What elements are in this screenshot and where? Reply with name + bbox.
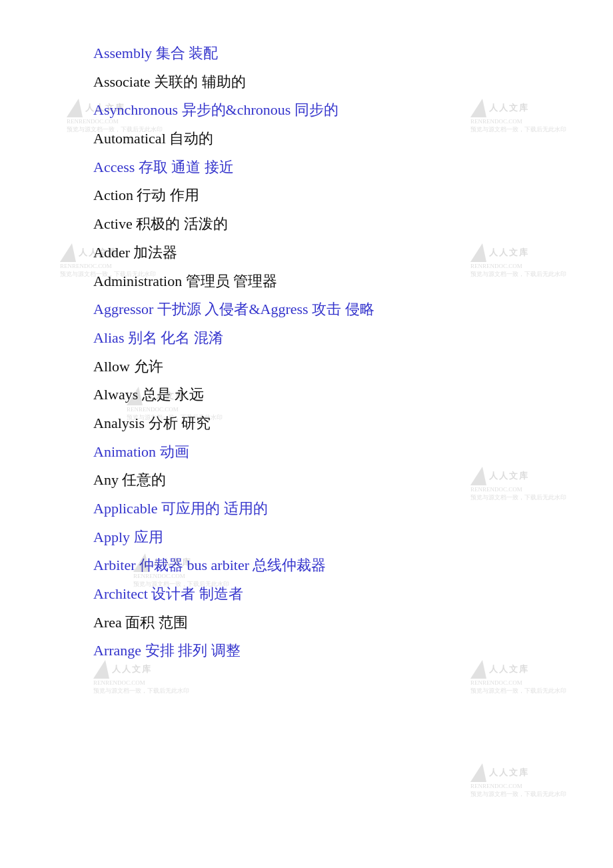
vocab-line-action: Action 行动 作用 (93, 182, 520, 209)
vocab-line-alias: Alias 别名 化名 混淆 (93, 325, 520, 352)
vocab-line-area: Area 面积 范围 (93, 609, 520, 637)
vocab-english-active: Active (93, 215, 136, 232)
vocab-line-access: Access 存取 通道 接近 (93, 154, 520, 181)
vocab-chinese-analysis: 分析 研究 (149, 415, 211, 431)
vocab-line-adder: Adder 加法器 (93, 239, 520, 267)
vocab-line-automatical: Automatical 自动的 (93, 125, 520, 153)
vocab-english-analysis: Analysis (93, 415, 149, 431)
vocab-chinese-automatical: 自动的 (169, 130, 213, 147)
vocab-line-any: Any 任意的 (93, 467, 520, 494)
vocab-chinese-area: 面积 范围 (125, 614, 188, 631)
vocab-chinese-allow: 允许 (134, 358, 163, 375)
vocab-english-action: Action (93, 187, 137, 203)
vocab-chinese-adder: 加法器 (133, 244, 177, 261)
vocab-chinese-administration: 管理员 管理器 (186, 273, 278, 289)
vocab-chinese-always: 总是 永远 (142, 386, 205, 403)
vocab-chinese-associate: 关联的 辅助的 (154, 73, 246, 90)
vocab-line-administration: Administration 管理员 管理器 (93, 268, 520, 295)
vocab-english-always: Always (93, 386, 142, 403)
vocab-line-asynchronous: Asynchronous 异步的&chronous 同步的 (93, 97, 520, 124)
vocab-chinese-action: 行动 作用 (137, 187, 199, 203)
vocab-line-active: Active 积极的 活泼的 (93, 211, 520, 238)
watermark-10: 人人文库 RENRENDOC.COM 预览与源文档一致，下载后无此水印 (470, 763, 566, 799)
vocab-line-architect: Architect 设计者 制造者 (93, 581, 520, 608)
vocab-line-associate: Associate 关联的 辅助的 (93, 69, 520, 96)
vocab-chinese-any: 任意的 (122, 471, 166, 488)
vocab-line-arrange: Arrange 安排 排列 调整 (93, 637, 520, 665)
vocab-chinese-active: 积极的 活泼的 (136, 215, 228, 232)
vocab-english-allow: Allow (93, 358, 134, 375)
vocab-english-associate: Associate (93, 73, 154, 90)
vocab-line-aggressor: Aggressor 干扰源 入侵者&Aggress 攻击 侵略 (93, 296, 520, 323)
vocab-line-assembly: Assembly 集合 装配 (93, 40, 520, 67)
main-content: Assembly 集合 装配Associate 关联的 辅助的Asynchron… (0, 0, 613, 706)
vocab-english-area: Area (93, 614, 125, 631)
vocab-line-applicable: Applicable 可应用的 适用的 (93, 495, 520, 523)
vocab-line-arbiter: Arbiter 仲裁器 bus arbiter 总线仲裁器 (93, 552, 520, 579)
vocab-english-administration: Administration (93, 273, 186, 289)
vocab-line-animation: Animation 动画 (93, 439, 520, 466)
vocab-line-always: Always 总是 永远 (93, 381, 520, 409)
vocab-english-adder: Adder (93, 244, 133, 261)
vocab-line-analysis: Analysis 分析 研究 (93, 410, 520, 437)
vocab-line-apply: Apply 应用 (93, 524, 520, 551)
vocab-english-any: Any (93, 471, 122, 488)
vocab-line-allow: Allow 允许 (93, 353, 520, 381)
vocab-english-automatical: Automatical (93, 130, 169, 147)
